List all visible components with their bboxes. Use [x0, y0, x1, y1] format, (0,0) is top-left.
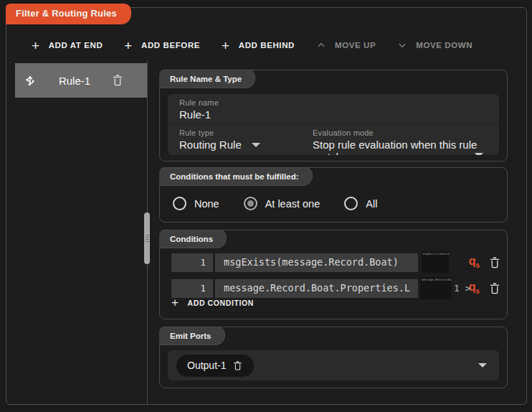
toolbar: + ADD AT END + ADD BEFORE + ADD BEHIND M… [32, 34, 472, 56]
add-condition-button[interactable]: + ADD CONDITION [171, 296, 254, 310]
add-before-label: ADD BEFORE [141, 41, 200, 50]
section-rule-name-type: Rule Name & Type Rule name Rule-1 Rule t… [159, 70, 508, 161]
rule-name-label: Rule name [179, 98, 488, 107]
trash-icon [488, 281, 501, 296]
section-fulfillment: Conditions that must be fulfilled: None … [159, 167, 508, 223]
move-up-button[interactable]: MOVE UP [316, 40, 376, 50]
section-emit-ports: Emit Ports Output-1 [159, 327, 508, 388]
rule-type-value: Routing Rule [179, 139, 242, 151]
move-up-label: MOVE UP [335, 41, 376, 50]
chevron-up-icon [316, 40, 326, 50]
dropdown-caret-icon[interactable] [475, 153, 483, 155]
tooltip-text: message.Record.Boat.Properties.L [422, 278, 450, 281]
evaluation-mode-select[interactable]: Evaluation mode Stop rule evaluation whe… [313, 128, 488, 155]
port-chip-label: Output-1 [187, 360, 226, 371]
add-behind-label: ADD BEHIND [239, 41, 295, 50]
emit-ports-select[interactable]: Output-1 [168, 350, 499, 380]
panel-title: Filter & Routing Rules [16, 8, 117, 19]
section-header-emit-ports: Emit Ports [159, 327, 225, 345]
expression-overflow-text: 1 > [454, 283, 470, 294]
plus-icon: + [171, 296, 179, 310]
move-down-button[interactable]: MOVE DOWN [397, 40, 472, 50]
delete-condition-button[interactable] [488, 256, 501, 270]
qscript-button[interactable]: qs [469, 281, 488, 295]
qscript-button[interactable]: qs [469, 256, 488, 269]
section-header-label: Rule Name & Type [170, 75, 242, 83]
radio-all[interactable]: All [344, 197, 377, 210]
add-at-end-button[interactable]: + ADD AT END [32, 39, 103, 52]
section-conditions: Conditions 1 msgExists(message.Record.Bo… [159, 230, 508, 319]
fulfillment-radio-group: None At least one All [173, 197, 377, 210]
expression-tooltip-overlay: msgExists(message.Record.Boat) [422, 251, 449, 273]
condition-row: 1 msgExists(message.Record.Boat) msgExis… [171, 253, 501, 272]
trash-icon [488, 256, 501, 270]
remove-port-button[interactable] [232, 360, 243, 372]
radio-selected-icon[interactable] [244, 197, 257, 210]
move-down-label: MOVE DOWN [416, 41, 472, 50]
splitter-handle[interactable] [144, 212, 150, 264]
port-chip: Output-1 [176, 355, 254, 377]
section-header-label: Conditions that must be fulfilled: [170, 172, 299, 181]
rule-list-item-selected[interactable]: Rule-1 [15, 63, 147, 98]
radio-icon[interactable] [173, 197, 186, 210]
add-behind-button[interactable]: + ADD BEHIND [222, 39, 295, 52]
section-header-label: Emit Ports [170, 332, 212, 340]
rule-name-value[interactable]: Rule-1 [179, 108, 488, 121]
radio-none[interactable]: None [173, 197, 219, 210]
radio-at-least-one[interactable]: At least one [244, 197, 320, 210]
rule-fields-group: Rule name Rule-1 Rule type Routing Rule … [168, 94, 499, 155]
delete-condition-button[interactable] [488, 281, 501, 296]
dropdown-caret-icon[interactable] [252, 143, 260, 147]
radio-none-label: None [194, 198, 219, 210]
rule-type-select[interactable]: Rule type Routing Rule [179, 128, 313, 155]
radio-icon[interactable] [344, 197, 358, 210]
evaluation-mode-label: Evaluation mode [313, 128, 488, 137]
add-before-button[interactable]: + ADD BEFORE [124, 39, 200, 52]
section-header-conditions: Conditions [159, 230, 227, 248]
section-header-label: Conditions [170, 235, 213, 243]
plus-icon: + [222, 39, 230, 52]
rule-name-field[interactable]: Rule name Rule-1 [168, 94, 499, 125]
tooltip-text: msgExists(message.Record.Boat) [423, 252, 447, 256]
trash-icon [111, 73, 124, 88]
route-split-icon [22, 72, 38, 88]
chevron-down-icon [397, 40, 407, 50]
expression-tooltip-overlay: message.Record.Boat.Properties.L [420, 277, 452, 299]
rule-item-label: Rule-1 [38, 75, 111, 87]
condition-order-input[interactable]: 1 [171, 253, 213, 272]
delete-rule-button[interactable] [111, 73, 124, 88]
trash-icon [232, 360, 243, 372]
add-condition-label: ADD CONDITION [188, 299, 254, 307]
condition-expression-input[interactable]: msgExists(message.Record.Boat) [215, 253, 418, 272]
radio-all-label: All [366, 198, 377, 210]
plus-icon: + [32, 39, 40, 52]
section-header-rule-name-type: Rule Name & Type [159, 70, 255, 88]
plus-icon: + [124, 39, 133, 52]
rule-type-label: Rule type [179, 128, 313, 137]
evaluation-mode-value: Stop rule evaluation when this rule matc… [313, 139, 477, 155]
radio-at-least-one-label: At least one [265, 198, 320, 210]
dropdown-caret-icon[interactable] [478, 363, 487, 367]
section-header-fulfillment: Conditions that must be fulfilled: [159, 167, 313, 186]
add-at-end-label: ADD AT END [49, 41, 103, 50]
panel-title-tab: Filter & Routing Rules [6, 4, 131, 24]
